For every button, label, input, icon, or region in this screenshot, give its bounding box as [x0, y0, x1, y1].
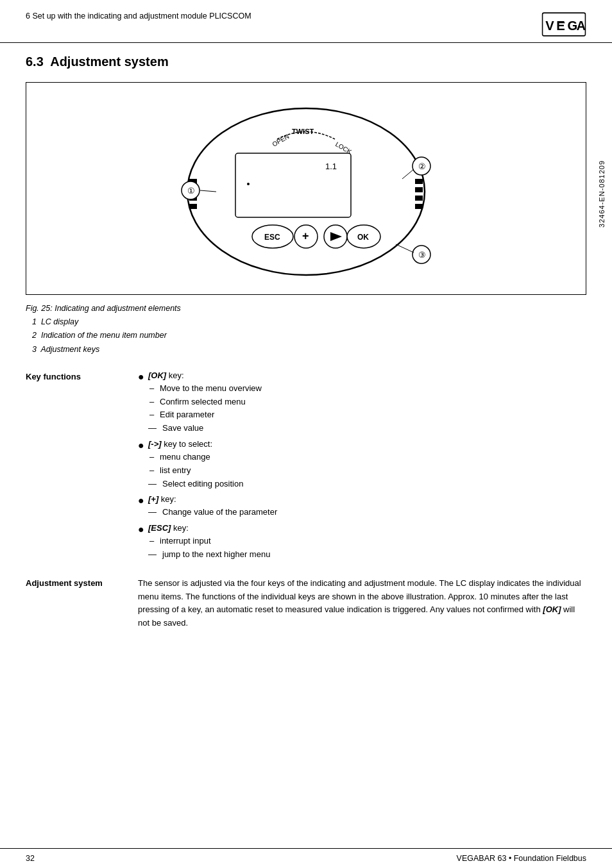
caption-item-2: 2 Indication of the menu item number	[32, 329, 586, 342]
adjustment-diagram: 1.1 TWIST OPEN LOCK ESC +	[152, 96, 460, 281]
key-functions-list: ● [OK] key: –Move to the menu overview –…	[138, 371, 586, 562]
sub-item: —jump to the next higher menu	[148, 548, 586, 562]
svg-text:③: ③	[418, 250, 426, 260]
caption-title: Fig. 25: Indicating and adjustment eleme…	[26, 304, 586, 313]
sub-item: –list entry	[148, 464, 586, 478]
esc-key-content: [ESC] key: –interrupt input —jump to the…	[148, 523, 586, 562]
list-item-ok: ● [OK] key: –Move to the menu overview –…	[138, 371, 586, 435]
footer-product: VEGABAR 63 • Foundation Fieldbus	[457, 854, 586, 863]
svg-text:V: V	[545, 19, 554, 33]
diagram-box: 1.1 TWIST OPEN LOCK ESC +	[26, 82, 586, 295]
arrow-key-content: [->] key to select: –menu change –list e…	[148, 439, 586, 490]
list-item-esc: ● [ESC] key: –interrupt input —jump to t…	[138, 523, 586, 562]
svg-rect-16	[189, 204, 197, 209]
arrow-sub-list: –menu change –list entry —Select editing…	[148, 451, 586, 490]
sub-item: –Move to the menu overview	[148, 382, 586, 396]
svg-rect-17	[415, 179, 423, 184]
ok-key-label: [OK]	[148, 371, 166, 380]
svg-text:1.1: 1.1	[325, 162, 337, 171]
bullet-dot: ●	[138, 523, 148, 535]
list-item-plus: ● [+] key: —Change value of the paramete…	[138, 494, 586, 519]
sub-item: –Edit parameter	[148, 408, 586, 422]
adjustment-system-text: The sensor is adjusted via the four keys…	[138, 577, 586, 630]
footer-page-number: 32	[26, 854, 35, 863]
adjustment-system-section: Adjustment system The sensor is adjusted…	[26, 577, 586, 630]
key-functions-label: Key functions	[26, 371, 138, 565]
bullet-dot: ●	[138, 371, 148, 383]
diagram-caption: Fig. 25: Indicating and adjustment eleme…	[26, 304, 586, 356]
svg-text:①: ①	[187, 186, 195, 196]
ok-bold-italic: [OK]	[543, 605, 561, 614]
plus-key-content: [+] key: —Change value of the parameter	[148, 494, 586, 519]
ok-sub-list: –Move to the menu overview –Confirm sele…	[148, 382, 586, 435]
sub-item: —Save value	[148, 422, 586, 435]
svg-text:ESC: ESC	[264, 233, 280, 242]
sub-item: —Select editing position	[148, 478, 586, 491]
svg-text:A: A	[576, 19, 586, 33]
vega-logo-icon: V E G A	[541, 12, 586, 37]
plus-sub-list: —Change value of the parameter	[148, 506, 586, 519]
arrow-key-label: [->]	[148, 439, 162, 449]
ok-key-content: [OK] key: –Move to the menu overview –Co…	[148, 371, 586, 435]
svg-rect-18	[415, 187, 423, 192]
adjustment-system-label: Adjustment system	[26, 577, 138, 630]
side-doc-number: 32464-EN-081209	[598, 160, 606, 228]
esc-sub-list: –interrupt input —jump to the next highe…	[148, 535, 586, 562]
svg-text:②: ②	[418, 162, 426, 171]
key-functions-section: Key functions ● [OK] key: –Move to the m…	[26, 371, 586, 565]
sub-item: –interrupt input	[148, 535, 586, 548]
svg-line-37	[396, 244, 414, 253]
caption-item-3: 3 Adjustment keys	[32, 343, 586, 356]
svg-rect-20	[415, 204, 423, 209]
svg-text:+: +	[302, 230, 309, 242]
svg-point-38	[247, 183, 250, 185]
page-footer: 32 VEGABAR 63 • Foundation Fieldbus	[0, 848, 612, 868]
sub-item: –Confirm selected menu	[148, 396, 586, 409]
section-title: 6.3 Adjustment system	[26, 54, 586, 69]
svg-rect-19	[415, 196, 423, 201]
esc-key-label: [ESC]	[148, 523, 171, 533]
plus-key-label: [+]	[148, 494, 158, 504]
list-item-arrow: ● [->] key to select: –menu change –list…	[138, 439, 586, 490]
bullet-dot: ●	[138, 494, 148, 506]
svg-text:E: E	[556, 19, 565, 33]
caption-item-1: 1 LC display	[32, 315, 586, 329]
main-content: 6.3 Adjustment system 1.1 TWIST OPEN LOC…	[0, 43, 612, 667]
header-text: 6 Set up with the indicating and adjustm…	[26, 12, 251, 21]
svg-text:OK: OK	[357, 233, 369, 242]
bullet-dot: ●	[138, 439, 148, 451]
key-functions-detail: ● [OK] key: –Move to the menu overview –…	[138, 371, 586, 565]
sub-item: —Change value of the parameter	[148, 506, 586, 519]
adjustment-system-detail: The sensor is adjusted via the four keys…	[138, 577, 586, 630]
sub-item: –menu change	[148, 451, 586, 464]
page-header: 6 Set up with the indicating and adjustm…	[0, 0, 612, 43]
